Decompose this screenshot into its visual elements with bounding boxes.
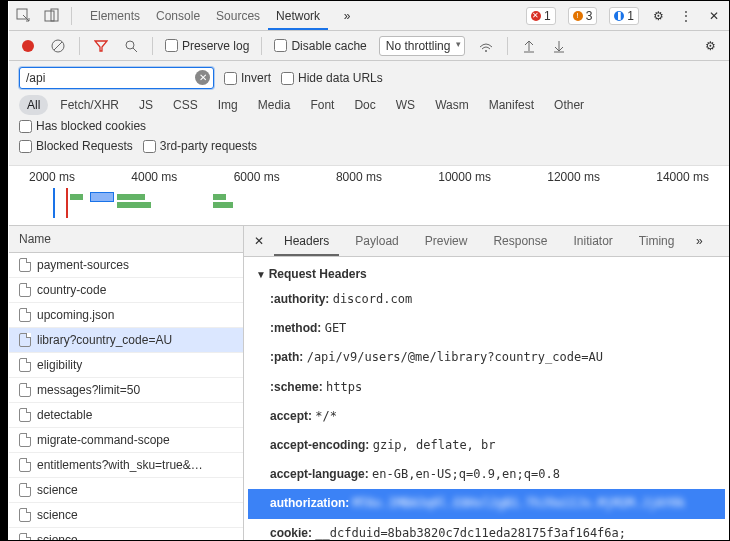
file-icon (19, 483, 31, 497)
request-name: entitlements?with_sku=true&… (37, 458, 203, 472)
header-row[interactable]: accept-encoding: gzip, deflate, br (248, 431, 725, 460)
import-har-icon[interactable] (520, 37, 538, 55)
request-row[interactable]: eligibility (9, 353, 243, 378)
has-blocked-cookies-checkbox[interactable]: Has blocked cookies (19, 119, 146, 133)
throttling-select[interactable]: No throttling (379, 36, 466, 56)
network-conditions-icon[interactable] (477, 37, 495, 55)
request-headers-section[interactable]: Request Headers (248, 263, 725, 285)
timeline-overview[interactable]: 2000 ms4000 ms6000 ms8000 ms10000 ms1200… (9, 166, 729, 226)
detail-tab-timing[interactable]: Timing (629, 226, 685, 256)
request-row[interactable]: library?country_code=AU (9, 328, 243, 353)
file-icon (19, 333, 31, 347)
name-column-header[interactable]: Name (9, 226, 243, 253)
type-filter-js[interactable]: JS (131, 95, 161, 115)
request-row[interactable]: science (9, 528, 243, 541)
preserve-log-checkbox[interactable]: Preserve log (165, 39, 249, 53)
disable-cache-checkbox[interactable]: Disable cache (274, 39, 366, 53)
header-row[interactable]: accept-language: en-GB,en-US;q=0.9,en;q=… (248, 460, 725, 489)
header-row[interactable]: accept: */* (248, 402, 725, 431)
request-row[interactable]: payment-sources (9, 253, 243, 278)
clear-filter-icon[interactable]: ✕ (195, 70, 210, 85)
settings-icon[interactable]: ⚙ (649, 7, 667, 25)
type-filter-manifest[interactable]: Manifest (481, 95, 542, 115)
tab-console[interactable]: Console (148, 2, 208, 30)
hide-data-urls-checkbox[interactable]: Hide data URLs (281, 71, 383, 85)
request-row[interactable]: messages?limit=50 (9, 378, 243, 403)
error-badge[interactable]: ✕1 (526, 7, 556, 25)
type-filter-fetch-xhr[interactable]: Fetch/XHR (52, 95, 127, 115)
device-toggle-icon[interactable] (43, 7, 61, 25)
detail-tab-initiator[interactable]: Initiator (563, 226, 622, 256)
type-filter-other[interactable]: Other (546, 95, 592, 115)
header-row[interactable]: cookie: __dcfduid=8bab3820c7dc11eda28175… (248, 519, 725, 542)
file-icon (19, 508, 31, 522)
tab-elements[interactable]: Elements (82, 2, 148, 30)
type-filter-wasm[interactable]: Wasm (427, 95, 477, 115)
request-row[interactable]: country-code (9, 278, 243, 303)
message-badge[interactable]: ❚1 (609, 7, 639, 25)
request-name: science (37, 508, 78, 522)
filter-input[interactable] (19, 67, 214, 89)
request-name: payment-sources (37, 258, 129, 272)
invert-checkbox[interactable]: Invert (224, 71, 271, 85)
svg-rect-1 (45, 11, 54, 21)
header-row[interactable]: :scheme: https (248, 373, 725, 402)
tab-network[interactable]: Network (268, 2, 328, 30)
detail-tab-response[interactable]: Response (483, 226, 557, 256)
request-name: messages?limit=50 (37, 383, 140, 397)
blocked-requests-checkbox[interactable]: Blocked Requests (19, 139, 133, 153)
third-party-checkbox[interactable]: 3rd-party requests (143, 139, 257, 153)
request-name: upcoming.json (37, 308, 114, 322)
inspect-icon[interactable] (15, 7, 33, 25)
request-row[interactable]: upcoming.json (9, 303, 243, 328)
filter-panel: ✕ Invert Hide data URLs AllFetch/XHRJSCS… (9, 61, 729, 166)
type-filter-all[interactable]: All (19, 95, 48, 115)
request-row[interactable]: detectable (9, 403, 243, 428)
devtools-tabbar: ElementsConsoleSourcesNetwork » ✕1 !3 ❚1… (9, 1, 729, 31)
header-row[interactable]: authorization: MTAx.IMBA3q0l.E8Hxl2gB1.T… (248, 489, 725, 518)
file-icon (19, 383, 31, 397)
header-row[interactable]: :authority: discord.com (248, 285, 725, 314)
type-filter-img[interactable]: Img (210, 95, 246, 115)
more-detail-tabs-icon[interactable]: » (690, 232, 708, 250)
file-icon (19, 433, 31, 447)
request-row[interactable]: science (9, 503, 243, 528)
request-row[interactable]: entitlements?with_sku=true&… (9, 453, 243, 478)
clear-icon[interactable] (49, 37, 67, 55)
search-icon[interactable] (122, 37, 140, 55)
header-name: authorization: (270, 496, 353, 510)
close-detail-icon[interactable]: ✕ (250, 232, 268, 250)
request-row[interactable]: science (9, 478, 243, 503)
type-filter-media[interactable]: Media (250, 95, 299, 115)
type-filter-css[interactable]: CSS (165, 95, 206, 115)
request-name: country-code (37, 283, 106, 297)
tab-sources[interactable]: Sources (208, 2, 268, 30)
header-name: accept-language: (270, 467, 372, 481)
header-row[interactable]: :path: /api/v9/users/@me/library?country… (248, 343, 725, 372)
detail-tab-preview[interactable]: Preview (415, 226, 478, 256)
type-filter-ws[interactable]: WS (388, 95, 423, 115)
detail-tab-headers[interactable]: Headers (274, 226, 339, 256)
svg-point-5 (126, 41, 134, 49)
request-row[interactable]: migrate-command-scope (9, 428, 243, 453)
record-icon[interactable] (19, 37, 37, 55)
header-value: discord.com (333, 292, 412, 306)
file-icon (19, 258, 31, 272)
file-icon (19, 308, 31, 322)
header-name: :path: (270, 350, 307, 364)
header-row[interactable]: :method: GET (248, 314, 725, 343)
file-icon (19, 533, 31, 541)
type-filter-font[interactable]: Font (302, 95, 342, 115)
detail-tab-payload[interactable]: Payload (345, 226, 408, 256)
settings-gear-icon[interactable]: ⚙ (701, 37, 719, 55)
header-value: */* (315, 409, 337, 423)
more-tabs-icon[interactable]: » (338, 7, 356, 25)
close-devtools-icon[interactable]: ✕ (705, 7, 723, 25)
export-har-icon[interactable] (550, 37, 568, 55)
kebab-menu-icon[interactable]: ⋮ (677, 7, 695, 25)
filter-icon[interactable] (92, 37, 110, 55)
request-detail: ✕ HeadersPayloadPreviewResponseInitiator… (244, 226, 729, 541)
warning-badge[interactable]: !3 (568, 7, 598, 25)
header-value: __dcfduid=8bab3820c7dc11eda28175f3af164f… (270, 526, 626, 542)
type-filter-doc[interactable]: Doc (346, 95, 383, 115)
